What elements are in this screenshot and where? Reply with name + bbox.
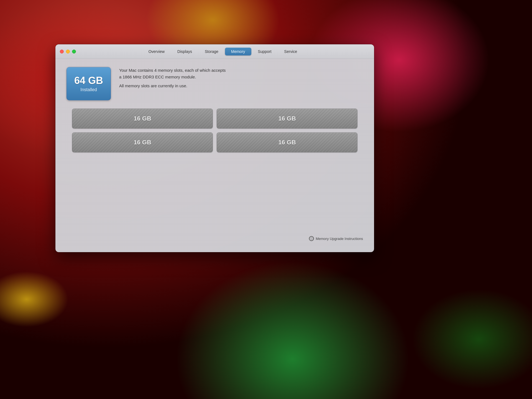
memory-slot-1: 16 GB: [72, 109, 213, 129]
about-this-mac-window: Overview Displays Storage Memory Support…: [55, 44, 374, 252]
top-section: 64 GB Installed Your Mac contains 4 memo…: [66, 67, 363, 100]
description-line1: Your Mac contains 4 memory slots, each o…: [119, 67, 226, 80]
slot-4-label: 16 GB: [278, 139, 296, 146]
slot-3-label: 16 GB: [134, 139, 151, 146]
info-circle-icon: ⓘ: [309, 236, 314, 241]
minimize-button[interactable]: [66, 50, 70, 53]
memory-description: Your Mac contains 4 memory slots, each o…: [119, 67, 226, 91]
close-button[interactable]: [60, 50, 64, 53]
memory-installed-badge: 64 GB Installed: [66, 67, 111, 100]
tab-service[interactable]: Service: [278, 48, 303, 55]
title-bar: Overview Displays Storage Memory Support…: [55, 44, 374, 59]
traffic-lights: [60, 50, 76, 53]
slot-1-label: 16 GB: [134, 115, 151, 122]
description-line3: All memory slots are currently in use.: [119, 83, 226, 89]
tab-displays[interactable]: Displays: [171, 48, 198, 55]
tabs-bar: Overview Displays Storage Memory Support…: [76, 48, 370, 55]
content-area: 64 GB Installed Your Mac contains 4 memo…: [55, 59, 374, 252]
tab-overview[interactable]: Overview: [142, 48, 171, 55]
footer-section: ⓘ Memory Upgrade Instructions: [66, 236, 363, 244]
maximize-button[interactable]: [72, 50, 76, 53]
memory-installed-label: Installed: [80, 87, 97, 92]
memory-size-value: 64 GB: [74, 75, 103, 86]
memory-slots-grid: 16 GB 16 GB 16 GB 16 GB: [66, 109, 363, 152]
memory-slot-4: 16 GB: [217, 132, 357, 152]
memory-upgrade-link[interactable]: Memory Upgrade Instructions: [316, 237, 363, 241]
tab-support[interactable]: Support: [252, 48, 278, 55]
slot-2-label: 16 GB: [278, 115, 296, 122]
memory-slot-2: 16 GB: [217, 109, 357, 129]
memory-slot-3: 16 GB: [72, 132, 213, 152]
tab-storage[interactable]: Storage: [199, 48, 224, 55]
tab-memory[interactable]: Memory: [225, 48, 251, 55]
